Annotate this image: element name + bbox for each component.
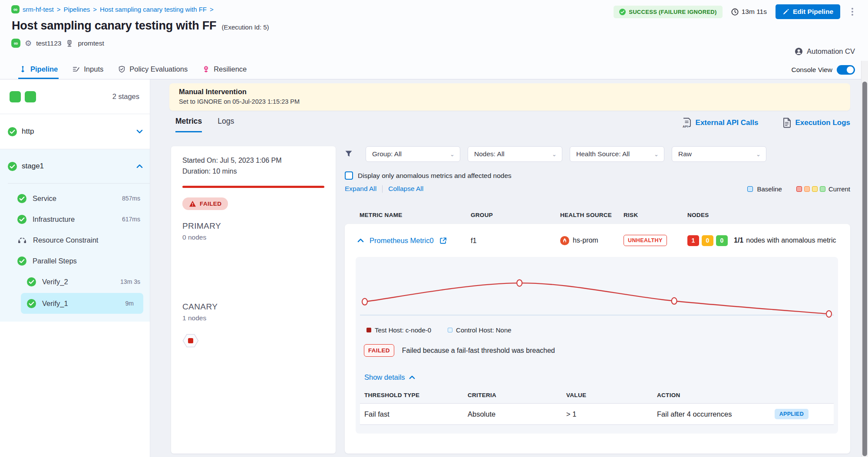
- step-verify-2[interactable]: Verify_2 13m 3s: [0, 271, 150, 292]
- baseline-label: Baseline: [757, 185, 782, 193]
- step-infrastructure[interactable]: Infrastructure 617ms: [0, 209, 150, 230]
- threshold-criteria: Absolute: [468, 410, 566, 418]
- edit-pipeline-button[interactable]: Edit Pipeline: [776, 4, 840, 19]
- col-health-source: HEALTH SOURCE: [560, 212, 624, 218]
- breadcrumb-separator-icon: >: [57, 6, 61, 13]
- chart-color-legend: Baseline Current: [747, 185, 850, 193]
- warning-node-count-badge: 0: [702, 235, 713, 246]
- app-window: ∞ srm-hf-test > Pipelines > Host samplin…: [0, 0, 868, 457]
- nodes-filter-select[interactable]: Nodes: All⌄: [468, 146, 562, 162]
- failed-badge: FAILED: [364, 344, 394, 357]
- breadcrumb-pipelines[interactable]: Pipelines: [63, 6, 90, 13]
- success-check-icon: [27, 277, 36, 286]
- chevron-up-icon: [409, 375, 415, 379]
- collapse-row-chevron-up-icon[interactable]: [357, 238, 364, 243]
- data-view-select[interactable]: Raw⌄: [672, 146, 766, 162]
- collapse-all-link[interactable]: Collapse All: [388, 185, 423, 193]
- more-options-menu[interactable]: [849, 6, 856, 17]
- stage1-expanded-block: stage1 Service 857ms Infrastructure 617m…: [0, 149, 150, 322]
- thresholds-table-header: THRESHOLD TYPE CRITERIA VALUE ACTION: [360, 381, 834, 404]
- show-details-link[interactable]: Show details: [364, 373, 834, 381]
- col-threshold-type: THRESHOLD TYPE: [364, 392, 468, 398]
- current-label: Current: [828, 185, 850, 193]
- metric-group: f1: [471, 237, 560, 245]
- control-host-label: Control Host: None: [456, 326, 512, 334]
- breadcrumb-pipeline-name[interactable]: Host sampling canary testing with FF: [100, 6, 207, 13]
- page-title: Host sampling canary testing with FF: [12, 19, 216, 33]
- success-check-icon: [17, 194, 26, 203]
- chevron-down-icon[interactable]: [136, 129, 143, 134]
- stage-square-icon[interactable]: [25, 91, 36, 102]
- console-view-toggle[interactable]: [837, 65, 855, 75]
- chevron-up-icon[interactable]: [136, 164, 143, 168]
- stages-sidebar: 2 stages http stage1 Service 857ms: [0, 79, 150, 457]
- group-filter-select[interactable]: Group: All⌄: [366, 146, 460, 162]
- canary-node-hexagon-icon[interactable]: [182, 333, 199, 348]
- console-view-control: Console View: [792, 61, 855, 79]
- status-badge: SUCCESS (FAILURE IGNORED): [614, 6, 723, 18]
- current-green-swatch-icon: [820, 186, 825, 192]
- service-name: test1123: [36, 39, 61, 47]
- tab-pipeline[interactable]: Pipeline: [18, 61, 59, 79]
- tab-inputs[interactable]: Inputs: [72, 61, 104, 79]
- metric-line-chart[interactable]: [360, 260, 834, 325]
- external-link-icon[interactable]: [439, 237, 447, 244]
- user-name: Automation CV: [807, 47, 855, 56]
- pipeline-icon: [19, 66, 26, 73]
- connector-name: promtest: [78, 39, 104, 47]
- external-api-calls-link[interactable]: External API Calls: [682, 118, 759, 128]
- resource-constraint-icon: [17, 236, 27, 244]
- nodes-summary-text: nodes with anomalous metric: [746, 237, 836, 244]
- canary-node-count: 1 nodes: [182, 314, 324, 322]
- nodes-ratio: 1/1: [734, 237, 743, 244]
- anomalous-checkbox[interactable]: [345, 171, 353, 180]
- metric-table-row[interactable]: Prometheus Metric0 f1 hs-prom: [345, 224, 850, 257]
- current-red-swatch-icon: [796, 186, 802, 192]
- funnel-icon: [345, 150, 353, 158]
- breadcrumb-project[interactable]: srm-hf-test: [23, 6, 54, 13]
- threshold-value: > 1: [566, 410, 657, 418]
- metrics-panel: Group: All⌄ Nodes: All⌄ Health Source: A…: [345, 146, 850, 454]
- chevron-down-icon: ⌄: [552, 151, 557, 158]
- primary-label: PRIMARY: [182, 221, 324, 231]
- stage-item-http[interactable]: http: [0, 114, 150, 149]
- success-check-icon: [8, 127, 17, 136]
- metric-row-card: Prometheus Metric0 f1 hs-prom: [345, 224, 850, 454]
- header-actions: SUCCESS (FAILURE IGNORED) 13m 11s Edit P…: [614, 4, 856, 19]
- step-duration: 617ms: [122, 216, 140, 223]
- chevron-down-icon: ⌄: [450, 151, 455, 158]
- primary-node-count: 0 nodes: [182, 233, 324, 241]
- scrollbar-thumb[interactable]: [862, 82, 867, 456]
- risk-badge: UNHEALTHY: [624, 235, 667, 246]
- harness-logo-icon: ∞: [11, 39, 20, 48]
- step-service[interactable]: Service 857ms: [0, 188, 150, 209]
- started-on: Started On: Jul 5, 2023 1:06 PM: [182, 155, 324, 166]
- tab-metrics[interactable]: Metrics: [175, 117, 202, 132]
- health-source-filter-select[interactable]: Health Source: All⌄: [570, 146, 664, 162]
- tab-logs[interactable]: Logs: [218, 117, 234, 132]
- expand-all-link[interactable]: Expand All: [345, 185, 376, 193]
- elapsed-time: 13m 11s: [731, 8, 767, 16]
- chart-series-legend: Test Host: c-node-0 Control Host: None: [366, 326, 834, 334]
- tab-resilience[interactable]: Resilience: [201, 61, 248, 79]
- gear-icon: ⚙: [25, 39, 32, 47]
- col-nodes: NODES: [687, 212, 850, 218]
- step-resource-constraint[interactable]: Resource Constraint: [0, 230, 150, 250]
- execution-id: (Execution Id: 5): [221, 23, 269, 31]
- nodes-cell: 1 0 0 1/1 nodes with anomalous metric: [687, 235, 850, 246]
- execution-logs-link[interactable]: Execution Logs: [782, 118, 850, 128]
- step-verify-1[interactable]: Verify_1 9m: [21, 293, 143, 314]
- stage-square-icon[interactable]: [10, 91, 21, 102]
- breadcrumb-separator-icon: >: [210, 6, 214, 13]
- metric-name-link[interactable]: Prometheus Metric0: [370, 237, 434, 245]
- execution-tabbar: Pipeline Inputs Policy Evaluations Resil…: [0, 61, 868, 79]
- vertical-scrollbar[interactable]: [861, 61, 868, 457]
- metric-detail-panel: Test Host: c-node-0 Control Host: None F…: [356, 257, 838, 434]
- clock-icon: [731, 8, 739, 16]
- tab-policy-evaluations[interactable]: Policy Evaluations: [117, 61, 188, 79]
- success-check-icon: [27, 299, 36, 308]
- step-parallel-steps[interactable]: Parallel Steps: [0, 250, 150, 271]
- stage-item-stage1[interactable]: stage1: [0, 149, 150, 183]
- col-criteria: CRITERIA: [468, 392, 566, 398]
- metrics-table-header: METRIC NAME GROUP HEALTH SOURCE RISK NOD…: [345, 212, 850, 218]
